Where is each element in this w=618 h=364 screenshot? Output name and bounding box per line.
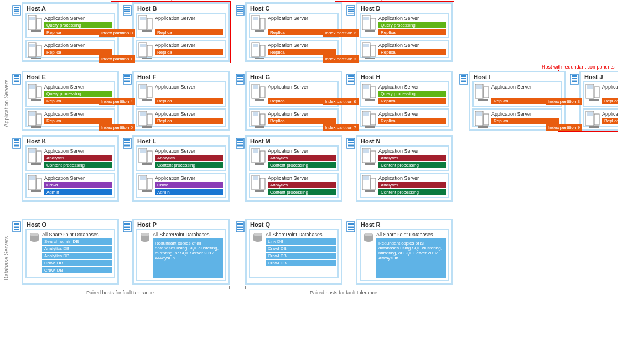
svg-rect-43 [348, 13, 354, 14]
comp-replica: Replica [155, 49, 223, 55]
svg-rect-8 [37, 18, 41, 29]
db-block: All SharePoint Databases Search admin DB… [25, 229, 115, 278]
svg-rect-114 [476, 112, 482, 116]
svg-rect-115 [478, 126, 488, 128]
redundant-label-ab: Hosts with redundant components [113, 0, 189, 1]
svg-rect-45 [363, 17, 369, 20]
svg-rect-1 [14, 7, 19, 8]
host-title: Host D [361, 5, 449, 12]
svg-rect-125 [594, 87, 599, 98]
svg-rect-51 [371, 45, 376, 56]
svg-rect-94 [348, 80, 354, 81]
svg-rect-131 [14, 139, 19, 141]
svg-rect-54 [14, 78, 19, 79]
svg-rect-58 [29, 85, 35, 89]
svg-rect-97 [363, 85, 369, 89]
comp-query: Query processing [378, 22, 446, 28]
svg-rect-38 [260, 45, 265, 56]
application-servers-section: Application Servers Hosts with redundant… [2, 2, 618, 204]
host-icon [346, 5, 355, 16]
svg-rect-81 [237, 80, 243, 81]
svg-rect-197 [237, 223, 243, 225]
svg-rect-95 [348, 81, 354, 82]
host-r: Host R All SharePoint Databases Redundan… [356, 219, 453, 285]
svg-rect-88 [253, 112, 258, 116]
svg-rect-119 [572, 78, 577, 79]
svg-rect-30 [237, 13, 243, 14]
host-icon [123, 5, 132, 16]
svg-rect-106 [461, 78, 466, 79]
svg-rect-105 [461, 75, 466, 77]
server-title: Application Server [44, 43, 112, 48]
host-pair-op: Host O All SharePoint Databases Search a… [11, 219, 230, 285]
svg-rect-17 [124, 13, 130, 14]
svg-rect-75 [140, 112, 146, 116]
host-b: Host B Application Server Replica Applic… [132, 2, 230, 62]
svg-rect-50 [365, 58, 375, 59]
svg-rect-47 [371, 18, 376, 29]
svg-point-202 [253, 233, 262, 236]
svg-rect-198 [237, 226, 243, 227]
svg-rect-4 [14, 13, 19, 14]
host-pair-ef: Host E Application ServerQuery processin… [11, 71, 230, 131]
svg-rect-185 [14, 227, 19, 228]
host-pair-ab: Host A Application Server Query processi… [11, 2, 230, 62]
svg-rect-93 [348, 78, 354, 79]
svg-rect-200 [237, 229, 243, 230]
svg-rect-123 [587, 85, 593, 89]
svg-rect-191 [124, 226, 130, 227]
server-title: Application Server [268, 15, 336, 21]
comp-replica: Replica [268, 49, 336, 55]
redundant-db-text: Redundant copies of all databases using … [376, 238, 446, 278]
svg-rect-14 [124, 7, 130, 8]
svg-point-195 [141, 233, 149, 236]
host-j: Host J Application ServerReplica Applica… [579, 71, 618, 131]
svg-rect-85 [255, 99, 264, 101]
svg-rect-140 [29, 176, 35, 180]
svg-rect-136 [29, 149, 35, 153]
svg-rect-190 [124, 223, 130, 225]
svg-rect-19 [140, 17, 146, 20]
svg-rect-40 [348, 7, 354, 8]
bracket-qr [245, 286, 453, 289]
svg-rect-153 [140, 176, 146, 180]
svg-rect-183 [14, 223, 19, 225]
svg-rect-160 [237, 145, 243, 147]
svg-rect-82 [237, 81, 243, 82]
svg-rect-111 [478, 99, 488, 101]
svg-rect-66 [124, 75, 130, 77]
server-icon [362, 15, 376, 33]
host-k: Host K Application ServerAnalyticsConten… [22, 135, 119, 202]
partition-2-bar: Index partition 2 [323, 29, 359, 37]
svg-rect-27 [237, 7, 243, 8]
svg-rect-36 [253, 44, 258, 47]
svg-rect-127 [587, 112, 593, 116]
svg-rect-132 [14, 142, 19, 143]
svg-rect-10 [29, 44, 35, 47]
server-icon [138, 15, 153, 33]
svg-rect-101 [363, 112, 369, 116]
svg-rect-3 [14, 11, 19, 12]
host-l: Host L Application ServerAnalyticsConten… [132, 135, 230, 202]
app-server-block: Application Server Replica [136, 13, 226, 38]
redundant-db-text: Redundant copies of all databases using … [153, 238, 223, 278]
svg-rect-137 [31, 163, 41, 165]
row-db: Host O All SharePoint Databases Search a… [11, 219, 618, 295]
host-pair-qr: Host Q All SharePoint Databases Link DB … [234, 219, 453, 285]
server-title: Application Server [155, 43, 223, 48]
db-block: All SharePoint Databases Redundant copie… [360, 229, 449, 281]
svg-rect-2 [14, 9, 19, 11]
partition-3-bar: Index partition 3 [323, 55, 359, 63]
svg-rect-167 [255, 190, 264, 192]
svg-rect-184 [14, 226, 19, 227]
server-icon [28, 15, 42, 33]
svg-rect-116 [484, 114, 489, 125]
svg-rect-23 [140, 44, 146, 47]
svg-rect-121 [572, 81, 577, 82]
svg-rect-112 [484, 87, 489, 98]
svg-rect-98 [365, 99, 375, 101]
server-icon [362, 42, 376, 60]
db-block: All SharePoint Databases Link DB Crawl D… [249, 229, 339, 278]
svg-rect-141 [31, 190, 41, 192]
svg-rect-68 [124, 80, 130, 81]
